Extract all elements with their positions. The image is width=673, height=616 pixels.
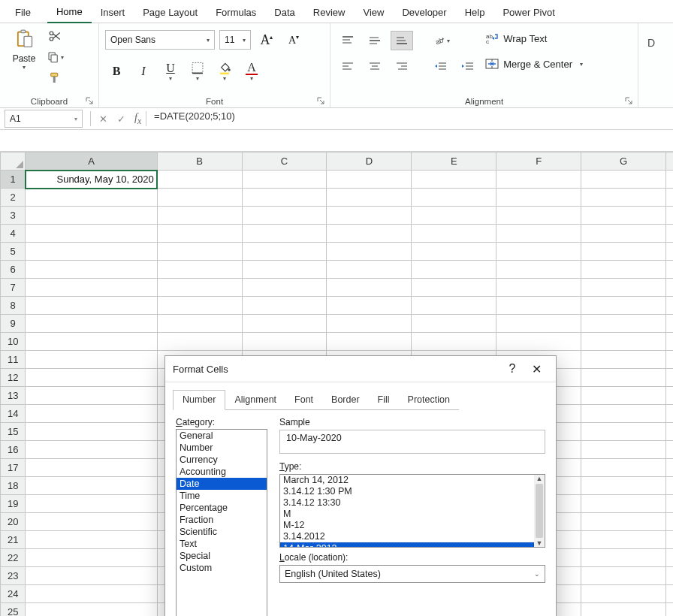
- cell-C4[interactable]: [242, 225, 327, 243]
- cell-G8[interactable]: [581, 297, 666, 315]
- cell-A14[interactable]: [26, 405, 157, 423]
- category-list[interactable]: GeneralNumberCurrencyAccountingDateTimeP…: [176, 429, 267, 616]
- cell-G16[interactable]: [581, 441, 666, 459]
- font-name-select[interactable]: Open Sans ▾: [105, 30, 215, 50]
- cell-H3[interactable]: [666, 207, 673, 225]
- cell-H4[interactable]: [666, 225, 673, 243]
- cell-F3[interactable]: [496, 207, 581, 225]
- scroll-up-icon[interactable]: ▲: [536, 475, 543, 482]
- type-item[interactable]: 3.14.12 13:30: [280, 497, 534, 509]
- cell-A20[interactable]: [26, 513, 157, 531]
- cell-H22[interactable]: [666, 549, 673, 567]
- cell-D1[interactable]: [327, 171, 412, 189]
- cell-E2[interactable]: [412, 189, 496, 207]
- cell-B2[interactable]: [157, 189, 242, 207]
- cell-A11[interactable]: [26, 351, 157, 369]
- cell-A15[interactable]: [26, 423, 157, 441]
- category-item-fraction[interactable]: Fraction: [177, 514, 267, 526]
- cell-E9[interactable]: [412, 315, 496, 333]
- cell-H8[interactable]: [666, 297, 673, 315]
- row-header-12[interactable]: 12: [1, 369, 26, 387]
- cell-A12[interactable]: [26, 369, 157, 387]
- tab-developer[interactable]: Developer: [393, 3, 455, 23]
- row-header-10[interactable]: 10: [1, 333, 26, 351]
- cell-G19[interactable]: [581, 495, 666, 513]
- tab-formulas[interactable]: Formulas: [207, 3, 265, 23]
- cell-A9[interactable]: [26, 315, 157, 333]
- cell-G9[interactable]: [581, 315, 666, 333]
- col-header-F[interactable]: F: [496, 152, 581, 171]
- category-item-special[interactable]: Special: [177, 550, 267, 562]
- cell-B1[interactable]: [157, 171, 242, 189]
- cell-E1[interactable]: [412, 171, 496, 189]
- col-header-E[interactable]: E: [412, 152, 496, 171]
- cell-A18[interactable]: [26, 477, 157, 495]
- tab-page-layout[interactable]: Page Layout: [134, 3, 207, 23]
- cell-G5[interactable]: [581, 243, 666, 261]
- cell-H7[interactable]: [666, 279, 673, 297]
- cell-F7[interactable]: [496, 279, 581, 297]
- row-header-25[interactable]: 25: [1, 603, 26, 617]
- cell-G1[interactable]: [581, 171, 666, 189]
- row-header-11[interactable]: 11: [1, 351, 26, 369]
- decrease-font-button[interactable]: A▾: [282, 29, 305, 50]
- cell-G25[interactable]: [581, 603, 666, 617]
- dialog-launcher-font[interactable]: [316, 96, 325, 105]
- dialog-tab-border[interactable]: Border: [322, 391, 369, 410]
- category-item-percentage[interactable]: Percentage: [177, 502, 267, 514]
- type-item[interactable]: M-12: [280, 520, 534, 531]
- row-header-2[interactable]: 2: [1, 189, 26, 207]
- col-header-D[interactable]: D: [327, 152, 412, 171]
- row-header-8[interactable]: 8: [1, 297, 26, 315]
- category-item-general[interactable]: General: [177, 430, 267, 442]
- align-center-button[interactable]: [364, 56, 386, 76]
- dialog-tab-protection[interactable]: Protection: [399, 391, 459, 410]
- cell-B3[interactable]: [157, 207, 242, 225]
- select-all-corner[interactable]: [1, 152, 26, 171]
- enter-formula-button[interactable]: ✓: [112, 113, 130, 125]
- cell-H20[interactable]: [666, 513, 673, 531]
- cell-B5[interactable]: [157, 243, 242, 261]
- col-header-G[interactable]: G: [581, 152, 666, 171]
- paste-button[interactable]: Paste ▾: [6, 28, 42, 86]
- row-header-3[interactable]: 3: [1, 207, 26, 225]
- cell-A7[interactable]: [26, 279, 157, 297]
- row-header-24[interactable]: 24: [1, 585, 26, 603]
- dialog-launcher-clipboard[interactable]: [85, 96, 94, 105]
- row-header-13[interactable]: 13: [1, 387, 26, 405]
- cell-H15[interactable]: [666, 423, 673, 441]
- cell-F8[interactable]: [496, 297, 581, 315]
- cell-G11[interactable]: [581, 351, 666, 369]
- cell-B9[interactable]: [157, 315, 242, 333]
- cell-H25[interactable]: [666, 603, 673, 617]
- cell-G14[interactable]: [581, 405, 666, 423]
- cell-C3[interactable]: [242, 207, 327, 225]
- cell-E10[interactable]: [412, 333, 496, 351]
- dialog-tab-alignment[interactable]: Alignment: [225, 391, 285, 410]
- tab-help[interactable]: Help: [456, 3, 494, 23]
- cancel-formula-button[interactable]: ✕: [94, 113, 112, 125]
- cell-H24[interactable]: [666, 585, 673, 603]
- orientation-button[interactable]: ab▾: [430, 31, 452, 50]
- type-item[interactable]: 3.14.12 1:30 PM: [280, 486, 534, 497]
- tab-review[interactable]: Review: [304, 3, 355, 23]
- category-item-currency[interactable]: Currency: [177, 454, 267, 466]
- cell-G17[interactable]: [581, 459, 666, 477]
- row-header-21[interactable]: 21: [1, 531, 26, 549]
- cell-F2[interactable]: [496, 189, 581, 207]
- cell-H19[interactable]: [666, 495, 673, 513]
- cell-G23[interactable]: [581, 567, 666, 585]
- cell-C1[interactable]: [242, 171, 327, 189]
- type-item[interactable]: M: [280, 509, 534, 520]
- col-header-A[interactable]: A: [26, 152, 157, 171]
- cell-H23[interactable]: [666, 567, 673, 585]
- format-painter-button[interactable]: [45, 70, 65, 86]
- cell-H18[interactable]: [666, 477, 673, 495]
- name-box[interactable]: A1 ▾: [5, 110, 83, 128]
- cell-B10[interactable]: [157, 333, 242, 351]
- cell-A25[interactable]: [26, 603, 157, 617]
- category-item-number[interactable]: Number: [177, 442, 267, 454]
- cell-G13[interactable]: [581, 387, 666, 405]
- cell-H2[interactable]: [666, 189, 673, 207]
- font-size-select[interactable]: 11 ▾: [219, 30, 251, 50]
